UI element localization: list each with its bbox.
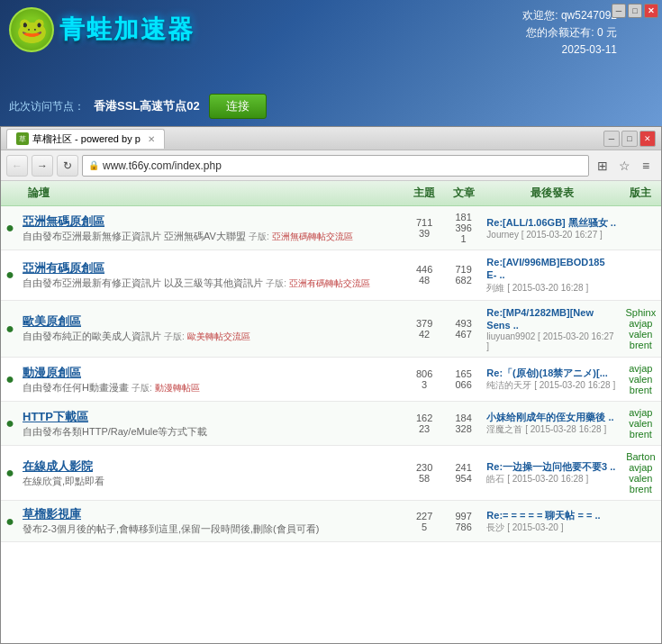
last-post-title[interactable]: Re:「(原创)(18禁アニメ)[... [486,367,616,379]
forum-table: 論壇 主題 文章 最後發表 版主 ● 亞洲無碼原創區 自由發布亞洲最新無修正資訊… [1,181,661,542]
url-bar[interactable]: 🔒 www.t66y.com/index.php [82,155,589,177]
forum-name-link[interactable]: 草榴影視庫 [23,506,401,522]
back-button[interactable]: ← [6,155,28,177]
forum-desc: 自由發布亞洲最新有修正資訊片 以及三級等其他資訊片 [23,277,263,288]
posts-count: 719682 [444,250,484,301]
moderator-link[interactable]: brent [624,484,657,494]
table-row: ● 動漫原創區 自由發布任何H動畫漫畫 子版: 動漫轉帖區 8063165066… [1,358,661,402]
row-icon: ● [1,446,19,501]
moderator-link[interactable]: valen [624,418,657,429]
moderator-link[interactable]: avjap [624,318,657,329]
refresh-button[interactable]: ↻ [57,155,78,177]
moderator-cell: Sphinxavjapvalenbrent [621,300,661,358]
moderator-link[interactable]: avjap [624,462,657,473]
welcome-text: 欢迎您: qw5247092 [522,7,617,24]
forward-button[interactable]: → [32,155,53,177]
posts-count: 184328 [444,402,484,446]
topics-count: 8063 [404,358,444,402]
last-post-title[interactable]: Re:一边操一边问他要不要3 .. [486,460,616,473]
forum-name-cell: 亞洲有碼原創區 自由發布亞洲最新有修正資訊片 以及三級等其他資訊片 子版: 亞洲… [19,250,404,301]
last-post-cell: Re:「(原创)(18禁アニメ)[... 纯洁的天牙 [ 2015-03-20 … [483,358,620,402]
connect-button[interactable]: 连接 [209,94,267,119]
moderator-cell [621,206,661,250]
last-post-title[interactable]: Re:[AVI/996MB]EBOD185 E- .. [486,256,616,282]
last-post-cell: Re:[ALL/1.06GB] 黑丝骚女 .. Journey [ 2015-0… [483,206,620,250]
last-post-author: liuyuan9902 [ 2015-03-20 16:27 ] [486,331,616,351]
app-right-info: 欢迎您: qw5247092 您的余额还有: 0 元 2025-03-11 [522,7,617,59]
node-value: 香港SSL高速节点02 [94,98,200,114]
bookmarks-icon[interactable]: ⊞ [593,156,612,176]
moderator-link[interactable]: brent [624,429,657,440]
last-post-cell: Re:= = = = = 聊天帖 = = .. 長沙 [ 2015-03-20 … [483,501,620,542]
app-maximize-button[interactable]: □ [628,4,642,18]
topics-count: 71139 [404,206,444,250]
moderator-cell: avjapvalenbrent [621,358,661,402]
moderator-link[interactable]: brent [624,340,657,350]
forum-name-link[interactable]: 亞洲有碼原創區 [23,260,401,277]
moderator-link[interactable]: valen [624,329,657,340]
forum-name-link[interactable]: HTTP下載區 [23,409,401,425]
last-post-author: 纯洁的天牙 [ 2015-03-20 16:28 ] [486,379,616,392]
moderator-link[interactable]: avjap [624,363,657,374]
last-post-author: 皓石 [ 2015-03-20 16:28 ] [486,473,616,485]
url-lock-icon: 🔒 [88,160,99,170]
browser-navbar: ← → ↻ 🔒 www.t66y.com/index.php ⊞ ☆ ≡ [1,150,661,181]
row-icon: ● [1,501,19,542]
moderator-link[interactable]: valen [624,473,657,484]
forum-name-link[interactable]: 在線成人影院 [23,458,401,475]
node-bar: 此次访问节点： 香港SSL高速节点02 连接 [0,94,662,119]
forum-name-cell: 動漫原創區 自由發布任何H動畫漫畫 子版: 動漫轉帖區 [19,358,404,402]
moderator-link[interactable]: Barton [624,451,657,462]
browser-close-button[interactable]: ✕ [639,131,656,147]
active-tab[interactable]: 草 草榴社区 - powered by p ✕ [6,129,165,149]
last-post-title[interactable]: Re:[MP4/1282MB][New Sens .. [486,306,616,332]
row-icon: ● [1,206,19,250]
forum-name-link[interactable]: 動漫原創區 [23,365,401,381]
moderator-link[interactable]: brent [624,385,657,395]
tab-title: 草榴社区 - powered by p [32,132,141,146]
last-post-author: 列維 [ 2015-03-20 16:28 ] [486,282,616,295]
tab-close-button[interactable]: ✕ [148,134,155,144]
browser-window: 草 草榴社区 - powered by p ✕ ─ □ ✕ ← → ↻ 🔒 ww… [0,126,662,644]
star-icon[interactable]: ☆ [614,156,634,176]
moderator-cell: avjapvalenbrent [621,402,661,446]
topics-count: 16223 [404,402,444,446]
moderator-link[interactable]: valen [624,374,657,385]
posts-count: 997786 [444,501,484,542]
forum-desc: 發布2-3個月後的帖子,會轉移到這里,保留一段時間後,刪除(會員可看) [23,523,319,534]
table-row: ● 在線成人影院 在線欣賞,即點即看 23058241954 Re:一边操一边问… [1,446,661,501]
table-row: ● 歐美原創區 自由發布純正的歐美成人資訊片 子版: 歐美轉帖交流區 37942… [1,300,661,358]
app-minimize-button[interactable]: ─ [612,4,626,18]
last-post-title[interactable]: 小妹给刚成年的侄女用藥後 .. [486,411,616,423]
browser-minimize-button[interactable]: ─ [603,131,620,147]
forum-desc: 自由發布任何H動畫漫畫 [23,382,129,393]
moderator-link[interactable]: avjap [624,407,657,418]
forum-name-cell: 歐美原創區 自由發布純正的歐美成人資訊片 子版: 歐美轉帖交流區 [19,300,404,358]
forum-name-cell: 在線成人影院 在線欣賞,即點即看 [19,446,404,501]
moderator-cell [621,501,661,542]
last-post-cell: Re:[AVI/996MB]EBOD185 E- .. 列維 [ 2015-03… [483,250,620,301]
browser-window-controls: ─ □ ✕ [603,131,656,147]
forum-name-link[interactable]: 歐美原創區 [23,313,401,330]
last-post-title[interactable]: Re:[ALL/1.06GB] 黑丝骚女 .. [486,216,616,229]
nav-right-buttons: ⊞ ☆ ≡ [593,156,656,176]
menu-icon[interactable]: ≡ [636,156,656,176]
last-post-title[interactable]: Re:= = = = = 聊天帖 = = .. [486,509,616,522]
row-icon: ● [1,402,19,446]
browser-titlebar: 草 草榴社区 - powered by p ✕ ─ □ ✕ [1,127,661,150]
moderator-cell [621,250,661,301]
browser-maximize-button[interactable]: □ [621,131,638,147]
forum-desc: 自由發布純正的歐美成人資訊片 [23,331,161,341]
moderator-link[interactable]: Sphinx [624,307,657,318]
posts-count: 493467 [444,300,484,358]
col-header-forum: 論壇 [1,181,404,206]
row-icon: ● [1,250,19,301]
forum-name-link[interactable]: 亞洲無碼原創區 [23,213,401,230]
app-close-button[interactable]: ✕ [644,4,658,18]
col-header-topics: 主題 [404,181,444,206]
row-icon: ● [1,300,19,358]
balance-text: 您的余额还有: 0 元 [522,24,617,41]
node-label: 此次访问节点： [9,99,85,114]
last-post-cell: Re:[MP4/1282MB][New Sens .. liuyuan9902 … [483,300,620,358]
last-post-cell: Re:一边操一边问他要不要3 .. 皓石 [ 2015-03-20 16:28 … [483,446,620,501]
